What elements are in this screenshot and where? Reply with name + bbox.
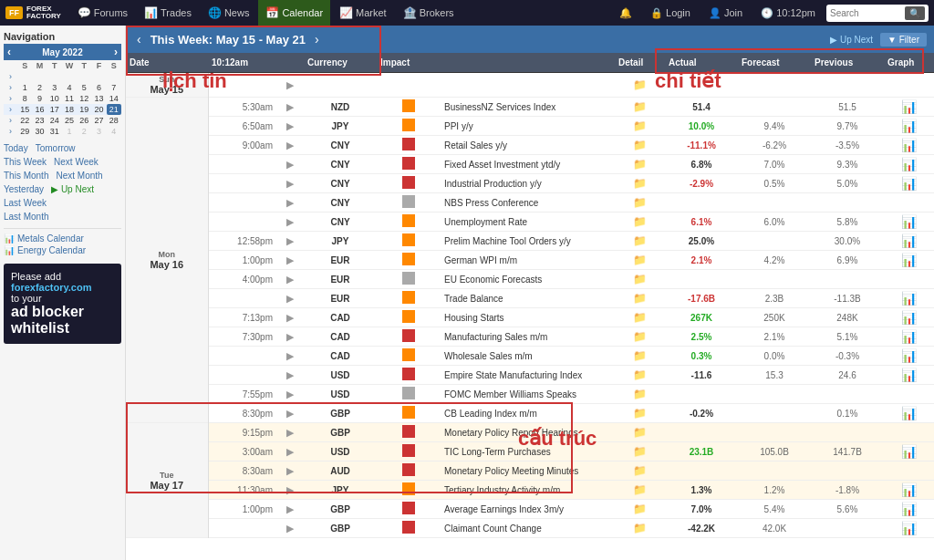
folder-icon[interactable]: 📁 xyxy=(633,407,647,420)
event-cell[interactable]: Unemployment Rate xyxy=(441,213,615,232)
graph-cell[interactable]: 📊 xyxy=(884,155,934,174)
table-row[interactable]: 1:00pm ▶ GBP Average Earnings Index 3m/y… xyxy=(126,500,934,519)
detail-cell[interactable]: 📁 xyxy=(615,98,665,117)
event-cell[interactable]: EU Economic Forecasts xyxy=(441,270,615,289)
event-cell[interactable]: Retail Sales y/y xyxy=(441,136,615,155)
next-week-button[interactable]: › xyxy=(311,32,323,47)
graph-cell[interactable]: 📊 xyxy=(884,404,934,423)
mini-cal-next[interactable]: › xyxy=(114,46,118,58)
event-cell[interactable]: Average Earnings Index 3m/y xyxy=(441,500,615,519)
cal-cell-14[interactable]: 14 xyxy=(107,93,121,104)
cal-cell-4[interactable]: 4 xyxy=(62,82,77,93)
cal-cell-2[interactable]: 2 xyxy=(32,82,47,93)
event-cell[interactable]: Trade Balance xyxy=(441,289,615,308)
detail-cell[interactable]: 📁 xyxy=(615,73,665,98)
cal-cell-27[interactable]: 27 xyxy=(91,115,106,126)
folder-icon[interactable]: 📁 xyxy=(633,330,647,343)
folder-icon[interactable]: 📁 xyxy=(633,368,647,381)
detail-cell[interactable]: 📁 xyxy=(615,500,665,519)
link-last-week[interactable]: Last Week xyxy=(4,197,47,209)
folder-icon[interactable]: 📁 xyxy=(633,503,647,515)
link-next-month[interactable]: Next Month xyxy=(56,170,102,181)
up-next-link[interactable]: ▶ Up Next xyxy=(830,35,873,45)
cal-cell-9[interactable]: 9 xyxy=(32,93,47,104)
cal-cell-16[interactable]: 16 xyxy=(32,104,47,115)
table-row[interactable]: 8:30pm ▶ GBP CB Leading Index m/m 📁 -0.2… xyxy=(126,404,934,423)
nav-forums[interactable]: 💬Forums xyxy=(70,0,135,26)
detail-cell[interactable]: 📁 xyxy=(615,404,665,423)
event-cell[interactable]: PPI y/y xyxy=(441,117,615,136)
link-this-month[interactable]: This Month xyxy=(4,170,48,181)
graph-cell[interactable] xyxy=(884,423,934,442)
table-row[interactable]: Mon May 16 5:30am ▶ NZD BusinessNZ Servi… xyxy=(126,98,934,117)
detail-cell[interactable]: 📁 xyxy=(615,136,665,155)
detail-cell[interactable]: 📁 xyxy=(615,308,665,327)
folder-icon[interactable]: 📁 xyxy=(633,445,647,458)
cal-cell-18[interactable]: 18 xyxy=(62,104,77,115)
event-cell[interactable]: NBS Press Conference xyxy=(441,193,615,213)
graph-cell[interactable]: 📊 xyxy=(884,347,934,366)
cal-row-nav-3[interactable]: › xyxy=(4,93,17,104)
detail-cell[interactable]: 📁 xyxy=(615,327,665,347)
graph-icon[interactable]: 📊 xyxy=(901,138,917,152)
graph-cell[interactable]: 📊 xyxy=(884,98,934,117)
graph-icon[interactable]: 📊 xyxy=(901,310,917,325)
graph-icon[interactable]: 📊 xyxy=(901,482,917,497)
graph-icon[interactable]: 📊 xyxy=(901,233,917,248)
detail-cell[interactable]: 📁 xyxy=(615,366,665,385)
folder-icon[interactable]: 📁 xyxy=(633,158,647,171)
cal-cell-7[interactable]: 7 xyxy=(107,82,121,93)
event-cell[interactable]: Fixed Asset Investment ytd/y xyxy=(441,155,615,174)
detail-cell[interactable]: 📁 xyxy=(615,347,665,366)
event-cell[interactable]: Empire State Manufacturing Index xyxy=(441,366,615,385)
table-row[interactable]: ▶ CNY Industrial Production y/y 📁 -2.9% … xyxy=(126,174,934,193)
folder-icon[interactable]: 📁 xyxy=(633,426,647,439)
event-cell[interactable]: Prelim Machine Tool Orders y/y xyxy=(441,232,615,251)
graph-cell[interactable] xyxy=(884,270,934,289)
nav-calendar[interactable]: 📅Calendar xyxy=(258,0,330,26)
table-row[interactable]: 11:30am ▶ JPY Tertiary Industry Activity… xyxy=(126,481,934,500)
event-cell[interactable]: Tertiary Industry Activity m/m xyxy=(441,481,615,500)
mini-cal-prev[interactable]: ‹ xyxy=(7,46,11,58)
search-box[interactable]: 🔍 xyxy=(826,5,929,22)
cal-cell-33[interactable]: 2 xyxy=(77,126,91,137)
link-metals-calendar[interactable]: 📊 Metals Calendar xyxy=(4,233,121,244)
nav-login[interactable]: 🔒 Login xyxy=(643,0,698,26)
event-cell[interactable] xyxy=(441,73,615,98)
table-row[interactable]: ▶ CNY Fixed Asset Investment ytd/y 📁 6.8… xyxy=(126,155,934,174)
search-input[interactable] xyxy=(830,8,903,18)
folder-icon[interactable]: 📁 xyxy=(633,78,647,91)
filter-button[interactable]: ▼ Filter xyxy=(880,33,927,47)
graph-cell[interactable]: 📊 xyxy=(884,117,934,136)
cal-cell-21[interactable]: 21 xyxy=(107,104,121,115)
detail-cell[interactable]: 📁 xyxy=(615,213,665,232)
detail-cell[interactable]: 📁 xyxy=(615,481,665,500)
graph-cell[interactable]: 📊 xyxy=(884,366,934,385)
cal-cell-1[interactable]: 1 xyxy=(17,82,32,93)
cal-cell[interactable] xyxy=(17,71,32,82)
cal-cell-20[interactable]: 20 xyxy=(91,104,106,115)
table-row[interactable]: 3:00am ▶ USD TIC Long-Term Purchases 📁 2… xyxy=(126,442,934,461)
cal-cell[interactable] xyxy=(47,71,62,82)
event-cell[interactable]: Claimant Count Change xyxy=(441,519,615,538)
event-cell[interactable]: FOMC Member Williams Speaks xyxy=(441,385,615,404)
cal-row-nav-5[interactable]: › xyxy=(4,115,17,126)
folder-icon[interactable]: 📁 xyxy=(633,388,647,400)
event-cell[interactable]: TIC Long-Term Purchases xyxy=(441,442,615,461)
folder-icon[interactable]: 📁 xyxy=(633,215,647,228)
graph-icon[interactable]: 📊 xyxy=(901,368,917,382)
folder-icon[interactable]: 📁 xyxy=(633,273,647,285)
graph-cell[interactable]: 📊 xyxy=(884,213,934,232)
link-this-week[interactable]: This Week xyxy=(4,156,47,168)
event-cell[interactable]: German WPI m/m xyxy=(441,251,615,270)
cal-cell[interactable] xyxy=(62,71,77,82)
cal-cell-29[interactable]: 29 xyxy=(17,126,32,137)
graph-icon[interactable]: 📊 xyxy=(901,99,917,114)
table-row[interactable]: ▶ CNY NBS Press Conference 📁 xyxy=(126,193,934,213)
detail-cell[interactable]: 📁 xyxy=(615,193,665,213)
graph-cell[interactable]: 📊 xyxy=(884,500,934,519)
table-row[interactable]: 7:55pm ▶ USD FOMC Member Williams Speaks… xyxy=(126,385,934,404)
nav-bell[interactable]: 🔔 xyxy=(612,0,639,26)
folder-icon[interactable]: 📁 xyxy=(633,254,647,266)
link-next-week[interactable]: Next Week xyxy=(54,156,99,168)
